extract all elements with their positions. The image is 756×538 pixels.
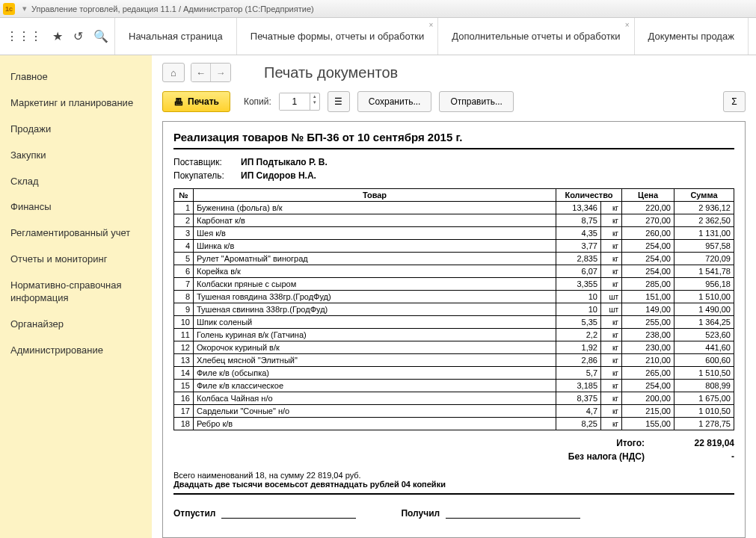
back-button[interactable]: ← xyxy=(191,64,211,81)
table-row: 16Колбаса Чайная н/о8,375кг200,001 675,0… xyxy=(174,392,734,405)
tab-additional-reports[interactable]: Дополнительные отчеты и обработки× xyxy=(438,18,634,55)
table-row: 4Шинка к/в3,77кг254,00957,58 xyxy=(174,240,734,253)
sum-button[interactable]: Σ xyxy=(723,91,746,112)
table-row: 8Тушеная говядина 338гр.(ГродФуд)10шт151… xyxy=(174,291,734,303)
table-row: 9Тушеная свинина 338гр.(ГродФуд)10шт149,… xyxy=(174,303,734,316)
copies-input[interactable] xyxy=(280,93,310,110)
main-area: ⌂ ← → Печать документов 🖶Печать Копий: ▲… xyxy=(152,55,756,538)
print-button[interactable]: 🖶Печать xyxy=(162,91,230,112)
page-title: Печать документов xyxy=(264,64,398,81)
search-icon[interactable]: 🔍 xyxy=(93,29,108,43)
sidebar-item-regulated[interactable]: Регламентированный учет xyxy=(0,220,152,247)
spin-down-icon[interactable]: ▼ xyxy=(310,99,319,105)
sidebar-item-main[interactable]: Главное xyxy=(0,64,152,90)
dropdown-icon[interactable]: ▾ xyxy=(22,4,27,13)
toolbar: 🖶Печать Копий: ▲▼ ☰ Сохранить... Отправи… xyxy=(152,85,756,121)
history-icon[interactable]: ↺ xyxy=(73,29,83,43)
table-row: 5Рулет "Ароматный" виноград2,835кг254,00… xyxy=(174,253,734,265)
tab-print-forms[interactable]: Печатные формы, отчеты и обработки× xyxy=(237,18,439,55)
supplier-value: ИП Подтыкало Р. В. xyxy=(241,157,328,167)
sidebar-item-finance[interactable]: Финансы xyxy=(0,194,152,220)
forward-button[interactable]: → xyxy=(211,64,230,81)
close-icon[interactable]: × xyxy=(428,21,433,29)
totals: Итого:22 819,04 Без налога (НДС)- xyxy=(173,436,734,463)
table-row: 15Филе к/в классическое3,185кг254,00808,… xyxy=(174,380,734,392)
signatures: Отпустил Получил xyxy=(173,508,734,519)
buyer-value: ИП Сидоров Н.А. xyxy=(241,170,316,181)
sidebar-item-purchases[interactable]: Закупки xyxy=(0,143,152,169)
save-button[interactable]: Сохранить... xyxy=(357,91,432,112)
home-button[interactable]: ⌂ xyxy=(162,63,185,82)
table-row: 14Филе к/в (обсыпка)5,7кг265,001 510,50 xyxy=(174,367,734,380)
buyer-label: Покупатель: xyxy=(173,170,241,181)
sidebar-item-marketing[interactable]: Маркетинг и планирование xyxy=(0,90,152,117)
app-logo-icon: 1c xyxy=(3,3,15,15)
sidebar-item-organizer[interactable]: Органайзер xyxy=(0,312,152,338)
copies-label: Копий: xyxy=(244,96,271,107)
apps-icon[interactable]: ⋮⋮⋮ xyxy=(6,29,42,43)
toolbar-icons: ⋮⋮⋮ ★ ↺ 🔍 xyxy=(0,18,115,55)
table-row: 10Шпик соленый5,35кг255,001 364,25 xyxy=(174,316,734,329)
doc-heading: Реализация товаров № БП-36 от 10 сентябр… xyxy=(173,131,734,149)
star-icon[interactable]: ★ xyxy=(52,29,63,43)
table-row: 6Корейка в/к6,07кг254,001 541,78 xyxy=(174,265,734,278)
summary: Всего наименований 18, на сумму 22 819,0… xyxy=(173,471,734,495)
sidebar-item-reference[interactable]: Нормативно-справочная информация xyxy=(0,273,152,312)
printer-icon: 🖶 xyxy=(173,96,183,108)
table-row: 7Колбаски пряные с сыром3,355кг285,00956… xyxy=(174,278,734,291)
col-n: № xyxy=(174,189,194,202)
sidebar-item-reports[interactable]: Отчеты и мониторинг xyxy=(0,247,152,273)
table-row: 17Сардельки "Сочные" н/о4,7кг215,001 010… xyxy=(174,405,734,418)
goods-table: № Товар Количество Цена Сумма 1Буженина … xyxy=(173,188,734,430)
tab-strip: ⋮⋮⋮ ★ ↺ 🔍 Начальная страница Печатные фо… xyxy=(0,18,756,55)
nav-group: ← → xyxy=(191,63,231,82)
sidebar-item-admin[interactable]: Администрирование xyxy=(0,338,152,364)
sidebar-item-sales[interactable]: Продажи xyxy=(0,117,152,143)
col-name: Товар xyxy=(194,189,556,202)
spin-up-icon[interactable]: ▲ xyxy=(310,93,319,99)
window-title: Управление торговлей, редакция 11.1 / Ад… xyxy=(31,4,314,13)
table-row: 2Карбонат к/в8,75кг270,002 362,50 xyxy=(174,214,734,227)
settings-button[interactable]: ☰ xyxy=(328,91,350,112)
send-button[interactable]: Отправить... xyxy=(439,91,514,112)
table-row: 1Буженина (фольга) в/к13,346кг220,002 93… xyxy=(174,202,734,214)
table-row: 18Ребро к/в8,25кг155,001 278,75 xyxy=(174,418,734,430)
tab-sales-docs[interactable]: Документы продаж xyxy=(635,18,749,55)
table-row: 13Хлебец мясной "Элитный"2,86кг210,00600… xyxy=(174,354,734,367)
table-row: 12Окорочок куриный в/к1,92кг230,00441,60 xyxy=(174,341,734,354)
document-preview: Реализация товаров № БП-36 от 10 сентябр… xyxy=(162,121,746,538)
col-sum: Сумма xyxy=(674,189,734,202)
col-price: Цена xyxy=(622,189,674,202)
table-row: 3Шея к/в4,35кг260,001 131,00 xyxy=(174,227,734,240)
table-row: 11Голень куриная в/к (Гатчина)2,2кг238,0… xyxy=(174,329,734,341)
close-icon[interactable]: × xyxy=(625,21,630,29)
title-bar: 1c ▾ Управление торговлей, редакция 11.1… xyxy=(0,0,756,18)
tab-home[interactable]: Начальная страница xyxy=(115,18,237,55)
sidebar-item-warehouse[interactable]: Склад xyxy=(0,169,152,195)
col-qty: Количество xyxy=(556,189,622,202)
sidebar: Главное Маркетинг и планирование Продажи… xyxy=(0,55,152,538)
copies-spinner[interactable]: ▲▼ xyxy=(279,93,320,111)
supplier-label: Поставщик: xyxy=(173,157,241,167)
